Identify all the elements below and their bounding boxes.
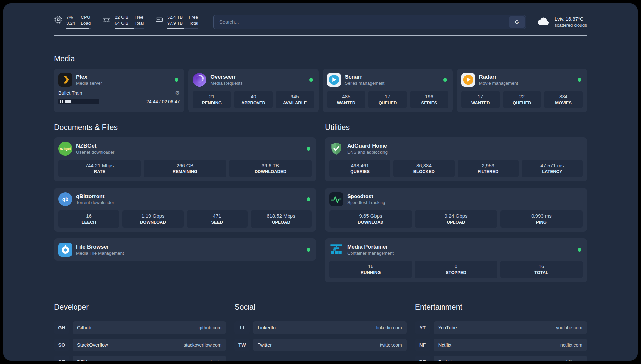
stat-label: RUNNING [331, 270, 411, 275]
stat-label: QUEUED [370, 100, 406, 106]
pause-icon[interactable] [60, 100, 63, 103]
stat-label: SEED [188, 219, 246, 225]
stat-tile: 86,384 BLOCKED [393, 160, 454, 177]
filebrowser-icon [58, 243, 72, 257]
stat-tile: 0 STOPPED [415, 261, 497, 278]
filebrowser-card[interactable]: File Browser Media File Management [54, 238, 316, 261]
link-name: YouTube [438, 325, 457, 330]
stat-value: 86,384 [395, 162, 453, 168]
stat-tile: 618.52 Mbps UPLOAD [251, 210, 312, 228]
status-online-dot [578, 78, 581, 82]
stat-tile: 16 RUNNING [329, 261, 412, 278]
system-stats: 7% CPU 3.24 Load [54, 15, 198, 29]
radarr-card[interactable]: Radarr Movie management 17 WANTED 22 QUE… [457, 69, 587, 112]
speedtest-card[interactable]: Speedtest Speedtest Tracking 9.65 Gbps D… [325, 188, 587, 232]
status-online-dot [307, 197, 310, 201]
stat-value: 39.6 TB [230, 162, 310, 168]
cpu-percent: 7% [66, 15, 75, 20]
stat-tile: 0.993 ms PING [500, 210, 583, 228]
stat-tile: 744.21 Mbps RATE [58, 160, 141, 177]
disk-free: 52.4 TB [167, 15, 183, 20]
stat-tile: 945 AVAILABLE [276, 91, 314, 108]
portainer-card[interactable]: Media Portainer Container management 16 … [325, 238, 587, 282]
adguard-card[interactable]: AdGuard Home DNS and adblocking 498,461 … [325, 137, 587, 181]
stat-value: 834 [545, 93, 581, 100]
link-reddit[interactable]: RE Reddit reddit.com [415, 356, 587, 361]
stat-label: APPROVED [235, 100, 271, 106]
memory-total: 64 GiB [115, 20, 128, 26]
stat-value: 9.24 Gbps [416, 213, 496, 219]
stat-tile: 16 LEECH [58, 210, 119, 228]
cpu-bar [66, 28, 91, 29]
link-github[interactable]: GH Github github.com [54, 321, 226, 334]
link-url: linkedin.com [376, 325, 402, 330]
link-abbr-badge: SO [54, 339, 69, 351]
link-abbr-badge: GH [54, 321, 69, 334]
link-name: Twitter [258, 342, 272, 348]
memory-free-label: Free [135, 15, 144, 20]
app-desc: DNS and adblocking [347, 149, 388, 155]
link-youtube[interactable]: YT YouTube youtube.com [415, 321, 587, 334]
stat-tile: 485 WANTED [327, 91, 366, 108]
link-dev[interactable]: DT DEV dev.to [54, 356, 226, 361]
status-online-dot [307, 248, 310, 252]
memory-bar [115, 28, 144, 29]
plex-card[interactable]: Plex Media server Bullet Train ⚙ [54, 69, 184, 112]
link-netflix[interactable]: NF Netflix netflix.com [415, 339, 587, 351]
stat-value: 0 [416, 263, 496, 269]
stat-tile: 17 QUEUED [368, 91, 407, 108]
overseerr-icon [193, 73, 206, 87]
stat-label: UPLOAD [252, 219, 310, 225]
link-name: StackOverflow [77, 342, 108, 348]
link-name: Netflix [438, 342, 451, 348]
stat-label: PENDING [194, 100, 230, 106]
memory-total-label: Total [135, 20, 144, 26]
section-title-media: Media [54, 54, 587, 63]
search-bar[interactable]: G [213, 15, 526, 29]
weather-widget: Lviv, 16.87°C scattered clouds [537, 16, 587, 28]
app-name: Media Portainer [347, 243, 394, 250]
app-desc: Container management [347, 250, 394, 256]
topbar: 7% CPU 3.24 Load [54, 3, 587, 29]
disk-free-label: Free [189, 15, 198, 20]
link-linkedin[interactable]: LI LinkedIn linkedin.com [234, 321, 406, 334]
playback-time: 24:44 / 02:06:47 [146, 99, 180, 104]
now-playing-title: Bullet Train [58, 90, 82, 96]
dashboard: 7% CPU 3.24 Load [3, 3, 638, 361]
app-desc: Torrent downloader [76, 200, 114, 206]
stat-label: QUEUED [504, 100, 540, 106]
stat-value: 744.21 Mbps [60, 162, 139, 168]
stat-tile: 47.571 ms LATENCY [522, 160, 583, 177]
plex-icon [58, 73, 72, 87]
media-cards-row: Plex Media server Bullet Train ⚙ [54, 69, 587, 112]
section-title-utilities: Utilities [325, 123, 587, 132]
link-stackoverflow[interactable]: SO StackOverflow stackoverflow.com [54, 339, 226, 351]
stat-tile: 834 MOVIES [544, 91, 583, 108]
playback-progress-bar[interactable] [58, 99, 99, 104]
search-engine-button[interactable]: G [509, 16, 525, 28]
cloud-icon [537, 16, 550, 28]
stat-value: 9.65 Gbps [331, 213, 411, 219]
qbittorrent-card[interactable]: qb qBittorrent Torrent downloader 16 LEE… [54, 188, 316, 232]
stat-tile: 16 TOTAL [500, 261, 583, 278]
disk-widget: 52.4 TB Free 97.9 TB Total [155, 15, 198, 29]
weather-location: Lviv, 16.87°C [555, 16, 587, 22]
search-input[interactable] [215, 19, 509, 25]
link-abbr-badge: YT [415, 321, 430, 334]
radarr-icon [461, 73, 475, 87]
memory-widget: 22 GiB Free 64 GiB Total [102, 15, 144, 29]
app-desc: Series management [345, 80, 385, 86]
sonarr-card[interactable]: Sonarr Series management 485 WANTED 17 Q… [323, 69, 453, 112]
stat-value: 196 [411, 93, 447, 100]
speedtest-icon [329, 192, 343, 206]
link-twitter[interactable]: TW Twitter twitter.com [234, 339, 406, 351]
gear-icon[interactable]: ⚙ [175, 90, 180, 96]
header-divider [54, 35, 587, 36]
cpu-chip-icon [54, 15, 63, 25]
stat-label: LATENCY [523, 169, 581, 174]
stat-value: 471 [188, 213, 246, 219]
overseerr-card[interactable]: Overseerr Media Requests 21 PENDING 40 A… [188, 69, 318, 112]
nzbget-card[interactable]: nzbget NZBGet Usenet downloader 744.21 M… [54, 137, 316, 181]
stat-label: FILTERED [459, 169, 517, 174]
app-desc: Media server [76, 80, 102, 86]
